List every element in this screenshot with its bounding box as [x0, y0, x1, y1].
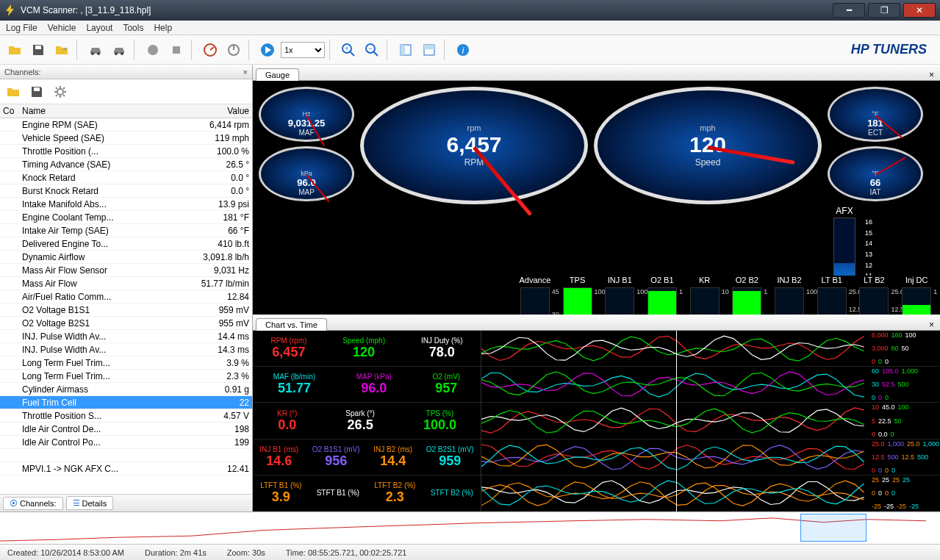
table-row[interactable]: Idle Air Control Po...199: [0, 436, 252, 449]
channels-panel: Channels: × Co Name Value Engine RPM (SA…: [0, 65, 253, 511]
tab-gauge[interactable]: Gauge: [256, 68, 299, 81]
svg-point-2: [97, 52, 100, 55]
bar-gauge: Inj DC10050078.0: [899, 276, 934, 315]
stop-button[interactable]: [166, 40, 187, 60]
menu-vehicle[interactable]: Vehicle: [48, 23, 76, 33]
table-row[interactable]: Dynamic Airflow3,091.8 lb/h: [0, 251, 252, 264]
window-title: VCM Scanner: , [3_11.9_118.hpl]: [21, 5, 830, 15]
bar-gauge: O2 B110.50956: [645, 276, 680, 315]
save-button[interactable]: [28, 40, 49, 60]
gauge-button[interactable]: [200, 40, 220, 60]
table-row[interactable]: MPVI.1 -> NGK AFX C...12.41: [0, 462, 252, 475]
table-row[interactable]: O2 Voltage B1S1959 mV: [0, 304, 252, 317]
zoom-out-button[interactable]: −: [362, 40, 382, 60]
bar-gauge: TPS100500100: [560, 276, 595, 315]
channels-col-name[interactable]: Name: [19, 104, 171, 118]
table-row[interactable]: Knock Retard0.0 °: [0, 171, 252, 184]
svg-rect-6: [173, 46, 180, 54]
titlebar: VCM Scanner: , [3_11.9_118.hpl] ━ ❐ ✕: [0, 0, 940, 21]
svg-rect-18: [401, 45, 405, 55]
table-row[interactable]: INJ. Pulse Width Av...14.3 ms: [0, 343, 252, 356]
menu-layout[interactable]: Layout: [86, 23, 112, 33]
record-button[interactable]: [143, 40, 163, 60]
layout-button-1[interactable]: [395, 40, 416, 60]
svg-point-3: [115, 52, 118, 55]
menu-help[interactable]: Help: [154, 23, 172, 33]
svg-rect-23: [34, 87, 40, 91]
table-row[interactable]: Idle Air Control De...198: [0, 423, 252, 436]
svg-line-15: [373, 51, 378, 56]
channels-open-button[interactable]: [3, 82, 24, 102]
timeline-overview[interactable]: [0, 511, 940, 544]
table-row[interactable]: Mass Air Flow Sensor9,031 Hz: [0, 264, 252, 277]
channels-col-co[interactable]: Co: [0, 104, 19, 118]
table-row[interactable]: Cylinder Airmass0.91 g: [0, 383, 252, 396]
channels-save-button[interactable]: [26, 82, 47, 102]
menu-log-file[interactable]: Log File: [6, 23, 37, 33]
gauge-rpm: rpm 6,457 RPM: [360, 87, 588, 204]
table-row[interactable]: Engine Coolant Temp...181 °F: [0, 211, 252, 224]
table-row[interactable]: Intake Manifold Abs...13.9 psi: [0, 198, 252, 211]
table-row[interactable]: INJ. Pulse Width Av...14.4 ms: [0, 330, 252, 343]
table-row[interactable]: Vehicle Speed (SAE)119 mph: [0, 132, 252, 145]
table-row[interactable]: Delivered Engine To...410 lb.ft: [0, 237, 252, 251]
play-button[interactable]: [257, 40, 278, 60]
gauge-map: kPa 96.0 MAP: [259, 146, 354, 201]
table-row[interactable]: Throttle Position (...100.0 %: [0, 145, 252, 158]
channels-col-value[interactable]: Value: [171, 104, 252, 118]
gauge-speed: mph 120 Speed: [594, 87, 822, 204]
app-icon: [4, 4, 16, 16]
channels-list[interactable]: Engine RPM (SAE)6,414 rpmVehicle Speed (…: [0, 118, 252, 494]
open-layout-button[interactable]: [51, 40, 72, 60]
zoom-in-button[interactable]: +: [338, 40, 359, 60]
gauge-ect: °F 181 ECT: [828, 87, 923, 142]
table-row[interactable]: Air/Fuel Ratio Comm...12.84: [0, 290, 252, 304]
table-row[interactable]: Intake Air Temp (SAE)66 °F: [0, 224, 252, 237]
menubar: Log File Vehicle Layout Tools Help: [0, 21, 940, 35]
gauge-iat: °F 66 IAT: [828, 146, 923, 201]
close-button[interactable]: ✕: [903, 3, 936, 18]
open-file-button[interactable]: [4, 40, 25, 60]
sidebar-tab-details[interactable]: ☰Details: [66, 496, 114, 510]
svg-text:+: +: [345, 45, 348, 52]
layout-button-2[interactable]: [419, 40, 439, 60]
bar-gauge: O2 B210.50959: [730, 276, 765, 315]
needle-icon: [875, 157, 907, 176]
chart-close-icon[interactable]: ×: [926, 320, 937, 330]
bar-gauge: KR10500: [687, 276, 722, 315]
table-row[interactable]: [0, 449, 252, 462]
vehicle-button-2[interactable]: [109, 40, 129, 60]
playback-speed-select[interactable]: 1x: [281, 42, 325, 58]
svg-point-24: [57, 89, 63, 95]
svg-point-4: [121, 52, 123, 55]
power-button[interactable]: [223, 40, 244, 60]
table-row[interactable]: Long Term Fuel Trim...2.3 %: [0, 370, 252, 383]
gauge-close-icon[interactable]: ×: [926, 70, 937, 80]
table-row[interactable]: Fuel Trim Cell22: [0, 396, 252, 409]
chart-cursor[interactable]: [676, 331, 677, 511]
table-row[interactable]: Throttle Position S...4.57 V: [0, 409, 252, 423]
overview-window[interactable]: [800, 514, 867, 542]
minimize-button[interactable]: ━: [833, 3, 865, 18]
table-row[interactable]: O2 Voltage B2S1955 mV: [0, 317, 252, 330]
table-row[interactable]: Burst Knock Retard0.0 °: [0, 184, 252, 198]
tab-chart[interactable]: Chart vs. Time: [256, 318, 327, 331]
channels-settings-button[interactable]: [50, 82, 71, 102]
channels-close-icon[interactable]: ×: [243, 68, 248, 76]
table-row[interactable]: Timing Advance (SAE)26.5 °: [0, 158, 252, 171]
bar-gauge: Advance453015027: [517, 276, 553, 315]
status-duration: Duration: 2m 41s: [145, 548, 207, 557]
status-created: Created: 10/26/2014 8:53:00 AM: [7, 548, 124, 557]
chart-area[interactable]: [481, 331, 870, 511]
info-button[interactable]: i: [453, 40, 473, 60]
maximize-button[interactable]: ❐: [868, 3, 900, 18]
bar-gauge: LT B125.012.50.0-12.5-25.03.9: [814, 276, 850, 315]
sidebar-tab-channels[interactable]: ⦿Channels:: [3, 497, 63, 510]
table-row[interactable]: Engine RPM (SAE)6,414 rpm: [0, 118, 252, 132]
vehicle-button-1[interactable]: [85, 40, 106, 60]
bar-gauges: Advance453015027TPS100500100INJ B1100500…: [514, 276, 937, 315]
table-row[interactable]: Long Term Fuel Trim...3.9 %: [0, 356, 252, 370]
menu-tools[interactable]: Tools: [123, 23, 143, 33]
table-row[interactable]: Mass Air Flow51.77 lb/min: [0, 277, 252, 290]
status-time: Time: 08:55:25.721, 00:02:25.721: [286, 548, 407, 557]
